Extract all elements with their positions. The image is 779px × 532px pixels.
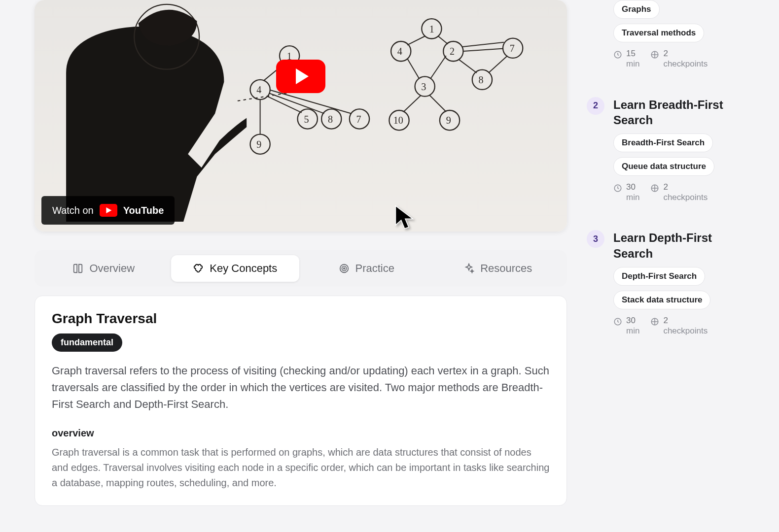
svg-line-38	[462, 42, 504, 47]
concept-tag: fundamental	[52, 333, 122, 352]
tab-overview[interactable]: Overview	[39, 255, 168, 282]
svg-text:7: 7	[356, 114, 361, 125]
step-cp-unit: checkpoints	[663, 326, 708, 336]
svg-text:4: 4	[397, 46, 402, 57]
svg-text:8: 8	[479, 74, 484, 85]
target-icon	[339, 263, 350, 274]
svg-line-37	[463, 49, 503, 51]
tag-chip: Breadth-First Search	[613, 133, 713, 152]
video-card: 1 4 5 8 7 9 1 4	[35, 0, 567, 232]
tag-chip: Stack data structure	[613, 291, 710, 309]
video-player[interactable]: 1 4 5 8 7 9 1 4	[35, 0, 567, 232]
svg-text:10: 10	[393, 115, 403, 126]
step-item[interactable]: 3 Learn Depth-First Search Depth-First S…	[587, 217, 744, 351]
tab-label: Overview	[89, 262, 135, 275]
clock-icon	[613, 317, 622, 326]
tab-practice[interactable]: Practice	[302, 255, 431, 282]
concept-body: Graph traversal is a common task that is…	[52, 445, 550, 491]
tab-label: Key Concepts	[210, 262, 277, 275]
tag-chip: Traversal methods	[613, 24, 704, 42]
concept-lead: Graph traversal refers to the process of…	[52, 363, 550, 413]
step-time-unit: min	[626, 192, 639, 202]
svg-line-41	[431, 56, 446, 78]
svg-text:2: 2	[450, 46, 455, 57]
concept-card: Graph Traversal fundamental Graph traver…	[35, 296, 567, 506]
step-title: Learn Depth-First Search	[613, 230, 744, 261]
step-title: Learn Breadth-First Search	[613, 97, 744, 128]
svg-line-42	[407, 59, 419, 78]
svg-point-47	[343, 268, 345, 269]
svg-point-45	[340, 265, 348, 273]
svg-text:9: 9	[446, 115, 451, 126]
concept-subheading: overview	[52, 428, 550, 439]
svg-text:7: 7	[510, 43, 515, 54]
youtube-icon	[100, 204, 117, 217]
tab-resources[interactable]: Resources	[434, 255, 563, 282]
tab-key-concepts[interactable]: Key Concepts	[171, 255, 300, 282]
step-cp-value: 2	[663, 316, 668, 325]
tag-chip: Queue data structure	[613, 157, 714, 176]
checkpoint-icon	[650, 50, 659, 59]
svg-line-36	[438, 36, 448, 44]
play-icon	[296, 68, 309, 84]
step-time-value: 15	[626, 49, 636, 58]
svg-line-44	[430, 96, 446, 112]
sparkle-icon	[463, 263, 474, 274]
svg-text:3: 3	[421, 81, 426, 92]
clock-icon	[613, 50, 622, 59]
svg-text:8: 8	[328, 114, 333, 125]
step-number-badge: 3	[587, 230, 604, 248]
watch-on-youtube-button[interactable]: Watch on YouTube	[41, 196, 175, 225]
step-time-value: 30	[626, 316, 636, 325]
step-cp-unit: checkpoints	[663, 59, 708, 69]
step-number-badge: 2	[587, 97, 604, 115]
step-time-unit: min	[626, 326, 639, 336]
step-time-value: 30	[626, 182, 636, 192]
play-button[interactable]	[276, 60, 325, 93]
content-tabs: Overview Key Concepts Practice Resources	[35, 250, 567, 287]
step-item[interactable]: 2 Learn Breadth-First Search Breadth-Fir…	[587, 84, 744, 218]
svg-line-35	[407, 36, 425, 45]
tab-label: Resources	[480, 262, 532, 275]
step-cp-value: 2	[663, 49, 668, 58]
svg-text:4: 4	[256, 84, 261, 95]
svg-text:1: 1	[429, 24, 434, 34]
tag-chip: Depth-First Search	[613, 267, 705, 286]
svg-text:9: 9	[256, 139, 261, 150]
steps-sidebar: Graphs Traversal methods 15min 2checkpoi…	[587, 0, 744, 506]
step-item[interactable]: Graphs Traversal methods 15min 2checkpoi…	[587, 0, 744, 84]
watch-on-label: Watch on	[52, 205, 94, 216]
tag-chip: Graphs	[613, 0, 660, 19]
tab-label: Practice	[355, 262, 394, 275]
step-cp-unit: checkpoints	[663, 192, 708, 202]
svg-line-43	[404, 96, 421, 112]
svg-line-39	[459, 60, 477, 73]
youtube-label: YouTube	[123, 205, 164, 216]
clock-icon	[613, 184, 622, 193]
concept-title: Graph Traversal	[52, 311, 550, 327]
brain-icon	[193, 263, 204, 274]
svg-text:5: 5	[304, 114, 309, 125]
svg-line-40	[489, 56, 507, 73]
checkpoint-icon	[650, 184, 659, 193]
step-cp-value: 2	[663, 182, 668, 192]
svg-point-46	[342, 266, 346, 270]
book-icon	[72, 263, 83, 274]
checkpoint-icon	[650, 317, 659, 326]
step-time-unit: min	[626, 59, 639, 69]
